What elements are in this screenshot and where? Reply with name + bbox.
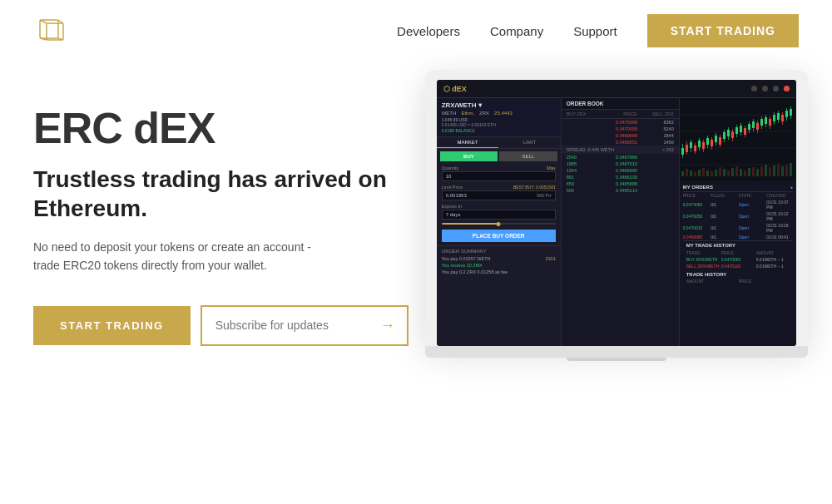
svg-rect-69 [744,128,746,135]
spread-row: SPREAD: 0.445 WETH ≈ 252 [562,146,679,154]
zrx-label: ZRX [479,111,489,116]
svg-rect-26 [744,170,746,176]
my-orders-header: MY ORDERS ● [683,183,793,192]
spread-label: SPREAD: 0.445 WETH [567,147,614,152]
ob-row-buy-5: 650 0.0465888 [562,180,679,187]
svg-rect-12 [686,169,688,176]
ob-row-sell-2: 0.0470005 5240 [562,126,679,132]
sell-button[interactable]: SELL [499,151,557,161]
svg-rect-30 [760,166,763,176]
expires-input[interactable]: 7 days [442,210,556,220]
svg-rect-17 [706,170,709,176]
svg-rect-87 [781,115,784,121]
hero-start-trading-button[interactable]: START TRADING [33,306,191,345]
svg-rect-89 [785,111,788,117]
logo[interactable] [33,12,72,50]
nav-developers[interactable]: Developers [397,24,460,38]
ob-row-buy-4: 891 0.0466100 [562,174,679,180]
laptop-base [425,346,808,358]
svg-rect-59 [723,132,726,139]
trading-interface: ⬡ dEX ZRX [437,80,796,346]
svg-rect-18 [711,171,713,176]
svg-rect-15 [698,170,701,176]
place-order-button[interactable]: PLACE BUY ORDER [442,230,556,242]
limit-currency: WETH [537,193,552,198]
header-start-trading-button[interactable]: START TRADING [647,14,799,47]
trading-logo: ⬡ dEX [443,85,467,93]
right-panel: MY ORDERS ● PRICE FILLED STATE CREATED [680,98,796,346]
svg-rect-28 [752,167,755,176]
token-info: WETH Ethm. ZRX 25.4443 [442,111,556,116]
subscribe-input[interactable] [202,307,369,343]
ob-row-buy-3: 1344 0.0466990 [562,167,679,174]
svg-rect-35 [781,166,784,176]
buy-button[interactable]: BUY [440,151,498,161]
th-history-title: TRADE HISTORY [686,272,790,277]
mo-col-filled: FILLED [711,193,737,198]
quantity-label: Quantity Max [442,166,556,170]
svg-rect-37 [790,163,792,176]
quantity-input[interactable]: 10 [442,171,556,181]
buy-sell-toggle: BUY SELL [440,151,557,161]
svg-rect-81 [769,119,771,126]
arrow-right-icon: → [380,317,395,334]
order-summary-title: ORDER SUMMARY [442,249,556,254]
nav-support[interactable]: Support [573,24,617,38]
header-icon-1 [751,86,757,91]
svg-rect-1 [47,23,63,40]
quantity-max[interactable]: Max [547,166,555,170]
trading-header-icons [751,86,790,91]
th-row-1: BUY ZRX/WETH 0.0470060 0.01WETH ~ 1 [686,256,790,263]
subscribe-button[interactable]: → [369,307,407,344]
brand-suffix: dEX [133,104,215,152]
nav-company[interactable]: Company [490,24,543,38]
svg-rect-65 [735,127,738,134]
my-orders-cols: PRICE FILLED STATE CREATED [683,192,793,199]
tab-limit[interactable]: LIMIT [498,137,561,148]
orderbook-title: ORDER BOOK [567,101,604,106]
zrx-status: 25.4443 [494,111,513,116]
mo-row-3: 0.0470010 0/1 Open 01/31 10:18 PM [683,222,793,234]
slider-thumb[interactable] [497,222,501,226]
main-nav: Developers Company Support START TRADING [397,14,799,47]
svg-rect-91 [790,109,792,116]
quantity-row: Quantity Max 10 [437,164,561,183]
weth-eth: 0.91468 USD = 0.09163 ETH [442,122,556,127]
mo-row-4: 0.0469980 0/1 Open 01/31 09:41 [683,234,793,240]
weth-label: WETH [442,111,457,116]
svg-rect-85 [777,113,780,120]
svg-rect-16 [702,168,705,176]
order-summary: ORDER SUMMARY You pay 0.01957 WETH 2101 … [437,245,561,278]
svg-rect-75 [756,123,759,130]
svg-rect-53 [711,140,713,146]
subscribe-container: → [201,305,409,346]
svg-rect-31 [765,165,767,176]
svg-rect-83 [773,115,775,121]
th2-cols: AMOUNT PRICE [686,278,790,284]
svg-rect-77 [760,119,763,126]
svg-rect-71 [748,124,750,130]
zrx-balance: 0.0189 BALANCE [442,128,556,133]
trading-main: ZRX/WETH ▾ WETH Ethm. ZRX 25.4443 1.045 … [437,98,796,346]
limit-price-input[interactable]: 0.001953 WETH [442,190,556,200]
svg-rect-39 [681,148,684,155]
ob-row-sell-1: 0.0470009 8382 [562,119,679,126]
tab-market[interactable]: MARKET [437,137,499,148]
ob-row-sell-3: 0.0469990 1844 [562,132,679,139]
svg-rect-25 [740,169,742,176]
slider-container [437,221,561,226]
hero-description: No need to deposit your tokens or create… [33,238,333,275]
cta-row: START TRADING → [33,305,409,346]
limit-price-row: Limit Price BEST BUY: 0.0051581 0.001953… [437,183,561,202]
svg-rect-43 [690,142,692,148]
svg-rect-73 [752,121,755,128]
summary-row-3: You pay 0.2 ZRX 0.01258 as fee [442,269,556,275]
chart-area [680,98,796,181]
pair-header: ZRX/WETH ▾ WETH Ethm. ZRX 25.4443 1.045 … [437,98,561,137]
orderbook-header: ORDER BOOK [562,98,679,110]
trading-left-panel: ZRX/WETH ▾ WETH Ethm. ZRX 25.4443 1.045 … [437,98,562,346]
ob-row-buy-1: 2540 0.0467966 [562,154,679,161]
ob-row-sell-4: 0.0469551 1450 [562,139,679,146]
svg-rect-45 [694,146,696,151]
laptop-mockup: ⬡ dEX ZRX [425,70,808,358]
